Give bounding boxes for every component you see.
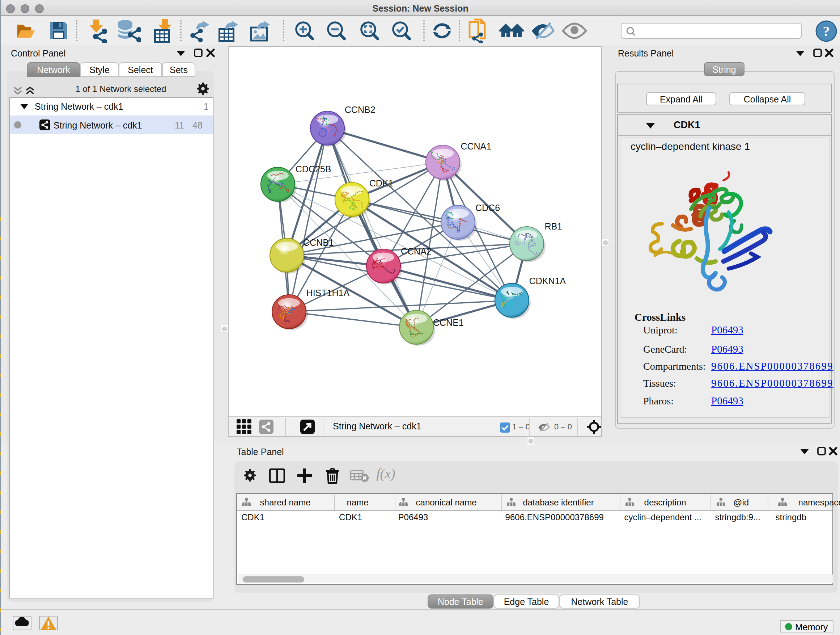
svg-text:CCNB1: CCNB1: [303, 238, 334, 248]
svg-text:CDK1: CDK1: [369, 178, 393, 188]
svg-text:CDC25B: CDC25B: [295, 164, 332, 174]
svg-text:?: ?: [823, 24, 830, 39]
svg-text:CCNA1: CCNA1: [461, 141, 491, 151]
svg-text:CCNE1: CCNE1: [433, 318, 464, 328]
svg-text:CDKN1A: CDKN1A: [529, 276, 566, 286]
svg-text:CCNA2: CCNA2: [401, 246, 431, 256]
svg-text:CCNB2: CCNB2: [345, 105, 376, 115]
svg-text:HIST1H1A: HIST1H1A: [306, 288, 350, 298]
svg-text:CDC6: CDC6: [475, 203, 500, 213]
svg-text:RB1: RB1: [545, 221, 562, 231]
